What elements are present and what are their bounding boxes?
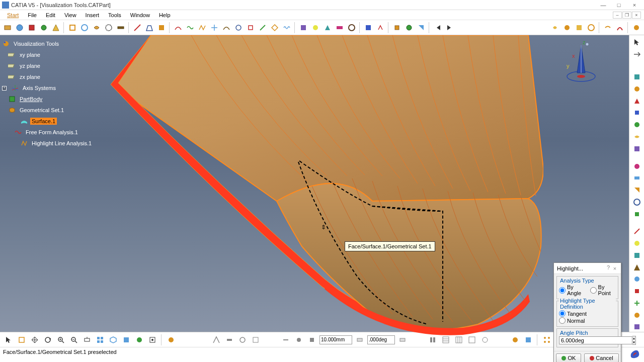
tree-yz-plane[interactable]: yz plane (2, 60, 93, 71)
rtb-tool-19[interactable] (631, 298, 642, 308)
toolbar-btn-c3[interactable] (416, 22, 427, 33)
btb-zoom-out-icon[interactable] (68, 334, 79, 345)
rtb-tool-15[interactable] (631, 250, 642, 260)
toolbar-curve-5[interactable] (221, 22, 232, 33)
rtb-tool-21[interactable] (631, 322, 642, 332)
toolbar-curve-2[interactable] (185, 22, 196, 33)
rtb-tool-7[interactable] (631, 144, 642, 154)
toolbar-btn-b2[interactable] (375, 22, 386, 33)
radio-by-point[interactable]: By Point (590, 284, 616, 296)
maximize-button[interactable]: □ (611, 1, 626, 10)
minimize-button[interactable]: — (596, 1, 611, 10)
tree-axis-systems[interactable]: + Axis Systems (2, 82, 93, 94)
toolbar-btn-2[interactable] (14, 22, 25, 33)
menu-view[interactable]: View (60, 11, 80, 19)
toolbar-btn-3[interactable] (26, 22, 37, 33)
toolbar-btn-8[interactable] (91, 22, 102, 33)
toolbar-curve-8[interactable] (257, 22, 268, 33)
playback-prev-button[interactable] (432, 22, 443, 33)
rtb-tool-18[interactable] (631, 286, 642, 296)
toolbar-btn-4[interactable] (38, 22, 49, 33)
toolbar-btn-a2[interactable] (310, 22, 321, 33)
toolbar-btn-5[interactable] (50, 22, 61, 33)
menu-edit[interactable]: Edit (42, 11, 59, 19)
rtb-tool-17[interactable] (631, 275, 642, 285)
toolbar-right-4[interactable] (586, 22, 597, 33)
toolbar-btn-c1[interactable] (391, 22, 403, 33)
rtb-tool-5[interactable] (631, 120, 642, 130)
tree-zx-plane[interactable]: zx plane (2, 71, 93, 82)
toolbar-btn-13[interactable] (156, 22, 167, 33)
toolbar-btn-a3[interactable] (322, 22, 333, 33)
playback-next-button[interactable] (444, 22, 455, 33)
toolbar-right-2[interactable] (561, 22, 573, 33)
menu-help[interactable]: Help (155, 11, 175, 19)
toolbar-btn-wave[interactable] (281, 22, 292, 33)
toolbar-btn-7[interactable] (79, 22, 90, 33)
highlight-dialog[interactable]: Highlight... ? × Analysis Type By Angle … (553, 262, 621, 362)
radio-tangent-input[interactable] (559, 310, 566, 317)
menu-insert[interactable]: Insert (82, 11, 104, 19)
tree-surface[interactable]: Surface.1 (2, 116, 93, 127)
radio-by-point-input[interactable] (590, 287, 597, 294)
tree-root[interactable]: Visualization Tools (2, 38, 93, 49)
menu-start[interactable]: Start (3, 11, 23, 19)
rtb-select-icon[interactable] (631, 37, 642, 47)
rtb-tool-3[interactable] (631, 96, 642, 106)
radio-by-angle-input[interactable] (559, 287, 566, 294)
rtb-arrow-icon[interactable] (631, 49, 642, 59)
rtb-tool-14[interactable] (631, 238, 642, 248)
rtb-tool-12[interactable] (631, 209, 642, 219)
spin-down[interactable]: ▼ (632, 340, 635, 344)
menu-tools[interactable]: Tools (104, 11, 125, 19)
tree-ffa[interactable]: Free Form Analysis.1 (2, 127, 93, 138)
tree-hla[interactable]: Highlight Line Analysis.1 (2, 138, 93, 149)
rtb-tool-20[interactable] (631, 310, 642, 320)
toolbar-btn-a4[interactable] (334, 22, 345, 33)
toolbar-btn-b1[interactable] (363, 22, 374, 33)
rtb-tool-6[interactable] (631, 132, 642, 142)
btb-2[interactable] (16, 334, 27, 345)
specification-tree[interactable]: Visualization Tools xy plane yz plane zx… (2, 38, 93, 149)
toolbar-curve-9[interactable] (269, 22, 280, 33)
toolbar-btn-11[interactable] (132, 22, 143, 33)
3d-viewport[interactable]: x y z ⇕ Face/Surface.1/Geometrical Set.1 (0, 35, 644, 332)
rtb-tool-13[interactable] (631, 227, 642, 237)
rtb-tool-16[interactable] (631, 262, 642, 273)
dialog-help-button[interactable]: ? (607, 264, 610, 270)
rtb-tool-11[interactable] (631, 197, 642, 207)
toolbar-curve-7[interactable] (245, 22, 256, 33)
tree-xy-plane[interactable]: xy plane (2, 49, 93, 60)
toolbar-right-7[interactable] (631, 22, 642, 33)
tree-geoset[interactable]: Geometrical Set.1 (2, 105, 93, 116)
toolbar-right-3[interactable] (574, 22, 585, 33)
ok-button[interactable]: OK (556, 353, 581, 362)
radio-normal-input[interactable] (559, 317, 566, 324)
rtb-tool-2[interactable] (631, 84, 642, 94)
cancel-button[interactable]: Cancel (584, 353, 618, 362)
expand-icon[interactable]: + (2, 86, 7, 90)
toolbar-btn-a5[interactable] (346, 22, 357, 33)
toolbar-btn-12[interactable] (144, 22, 155, 33)
toolbar-curve-4[interactable] (209, 22, 220, 33)
toolbar-btn-1[interactable] (2, 22, 13, 33)
toolbar-curve-1[interactable] (173, 22, 184, 33)
menu-file[interactable]: File (24, 11, 41, 19)
view-compass[interactable]: x y z (564, 40, 599, 85)
close-button[interactable]: × (627, 1, 642, 10)
toolbar-curve-6[interactable] (233, 22, 244, 33)
dialog-close-button[interactable]: × (611, 264, 619, 273)
angle-pitch-input[interactable] (559, 336, 632, 344)
rtb-tool-8[interactable] (631, 161, 642, 171)
toolbar-btn-10[interactable] (115, 22, 126, 33)
tree-partbody[interactable]: PartBody (2, 94, 93, 105)
spin-up[interactable]: ▲ (632, 336, 635, 340)
child-restore-button[interactable]: ❐ (622, 12, 631, 19)
toolbar-btn-a1[interactable] (298, 22, 309, 33)
toolbar-curve-3[interactable] (197, 22, 208, 33)
btb-pan-icon[interactable] (29, 334, 40, 345)
menu-window[interactable]: Window (126, 11, 154, 19)
radio-by-angle[interactable]: By Angle (559, 284, 586, 296)
toolbar-btn-c2[interactable] (404, 22, 415, 33)
btb-1[interactable] (3, 334, 14, 345)
